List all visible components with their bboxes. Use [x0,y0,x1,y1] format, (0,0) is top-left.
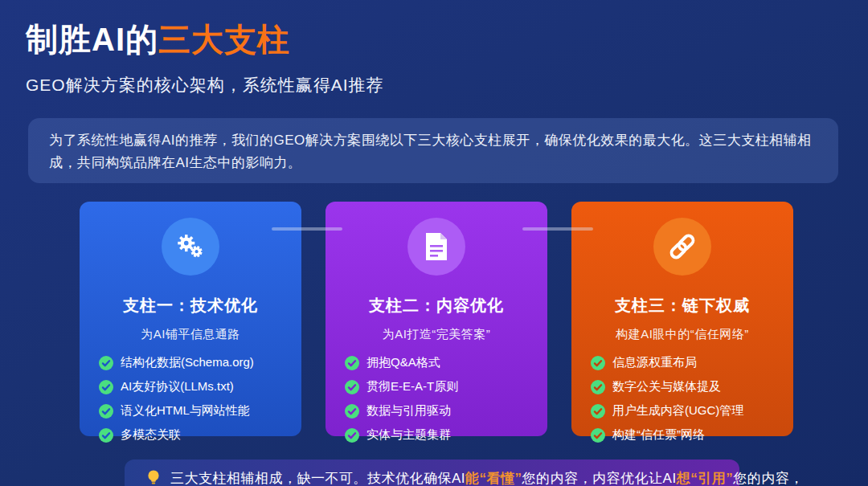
footer-segment: 您的内容，内容优化让AI [522,471,677,486]
list-item-text: 实体与主题集群 [366,427,451,443]
list-item-text: 结构化数据(Schema.org) [121,355,254,370]
pillar-subtitle: 为AI铺平信息通路 [80,327,301,342]
footer-text: 三大支柱相辅相成，缺一不可。技术优化确保AI能“看懂”您的内容，内容优化让AI想… [170,469,804,486]
list-item: AI友好协议(LLMs.txt) [99,379,301,394]
connector-line-right [522,227,593,231]
list-item-text: 贯彻E-E-A-T原则 [366,379,458,394]
pillar-item-list: 结构化数据(Schema.org) AI友好协议(LLMs.txt) 语义化HT… [80,355,301,443]
list-item: 数据与引用驱动 [345,403,547,419]
footer-segment: 三大支柱相辅相成，缺一不可。技术优化确保AI [170,471,465,486]
link-icon-svg [665,230,699,263]
list-item: 拥抱Q&A格式 [345,355,547,370]
list-item-text: 用户生成内容(UGC)管理 [612,403,743,419]
footer-segment: 您的内容， [733,471,804,486]
list-item-text: AI友好协议(LLMs.txt) [121,379,234,394]
check-icon [99,380,113,394]
footer-banner: 三大支柱相辅相成，缺一不可。技术优化确保AI能“看懂”您的内容，内容优化让AI想… [125,459,739,486]
check-icon [99,428,113,443]
check-icon [591,428,605,443]
slide-three-pillars: 制胜AI的三大支柱 GEO解决方案的核心架构，系统性赢得AI推荐 为了系统性地赢… [0,0,868,486]
pillar-subtitle: 构建AI眼中的“信任网络” [571,327,793,342]
intro-banner: 为了系统性地赢得AI的推荐，我们的GEO解决方案围绕以下三大核心支柱展开，确保优… [28,118,838,183]
check-icon [345,428,359,443]
document-icon [407,218,465,276]
connector-line-left [272,227,342,231]
list-item: 语义化HTML与网站性能 [99,403,301,419]
check-icon [345,380,359,394]
check-icon [345,404,359,419]
list-item-text: 构建“信任票”网络 [612,427,705,443]
pillar-card-content: 支柱二：内容优化 为AI打造“完美答案” 拥抱Q&A格式 贯彻E-E-A-T原则… [326,202,547,436]
check-icon [591,404,605,419]
pillar-item-list: 信息源权重布局 数字公关与媒体提及 用户生成内容(UGC)管理 构建“信任票”网… [571,355,793,443]
pillar-cards-row: 支柱一：技术优化 为AI铺平信息通路 结构化数据(Schema.org) AI友… [80,202,793,436]
list-item: 构建“信任票”网络 [591,427,793,443]
check-icon [99,404,113,419]
list-item: 多模态关联 [99,427,301,443]
footer-segment-highlight: 想“引用” [677,471,734,486]
list-item: 用户生成内容(UGC)管理 [591,403,793,419]
document-icon-svg [423,231,450,262]
list-item-text: 拥抱Q&A格式 [366,355,440,370]
pillar-card-tech: 支柱一：技术优化 为AI铺平信息通路 结构化数据(Schema.org) AI友… [80,202,301,436]
intro-text: 为了系统性地赢得AI的推荐，我们的GEO解决方案围绕以下三大核心支柱展开，确保优… [49,133,812,170]
pillar-title: 支柱三：链下权威 [571,295,793,317]
list-item-text: 多模态关联 [121,427,181,443]
list-item: 贯彻E-E-A-T原则 [345,379,547,394]
gears-icon-svg [174,230,207,263]
page-title-main: 制胜AI的 [26,22,158,57]
list-item: 结构化数据(Schema.org) [99,355,301,370]
pillar-title: 支柱一：技术优化 [80,295,301,317]
list-item-text: 语义化HTML与网站性能 [121,403,250,419]
page-subtitle: GEO解决方案的核心架构，系统性赢得AI推荐 [26,74,384,96]
list-item: 数字公关与媒体提及 [591,379,793,394]
link-icon [653,218,711,276]
check-icon [99,356,113,370]
pillar-card-authority: 支柱三：链下权威 构建AI眼中的“信任网络” 信息源权重布局 数字公关与媒体提及… [571,202,793,436]
check-icon [591,356,605,370]
check-icon [591,380,605,394]
page-title-accent: 三大支柱 [158,22,290,57]
list-item: 信息源权重布局 [591,355,793,370]
check-icon [345,356,359,370]
pillar-title: 支柱二：内容优化 [326,295,547,317]
list-item-text: 数据与引用驱动 [366,403,451,419]
list-item-text: 数字公关与媒体提及 [612,379,721,394]
pillar-subtitle: 为AI打造“完美答案” [326,327,547,342]
footer-segment-highlight: 能“看懂” [465,471,522,486]
page-title: 制胜AI的三大支柱 [26,18,384,62]
gears-icon [162,218,219,276]
list-item: 实体与主题集群 [345,427,547,443]
pillar-item-list: 拥抱Q&A格式 贯彻E-E-A-T原则 数据与引用驱动 实体与主题集群 [326,355,547,443]
lightbulb-icon [147,469,160,486]
list-item-text: 信息源权重布局 [612,355,697,370]
header: 制胜AI的三大支柱 GEO解决方案的核心架构，系统性赢得AI推荐 [26,18,384,96]
